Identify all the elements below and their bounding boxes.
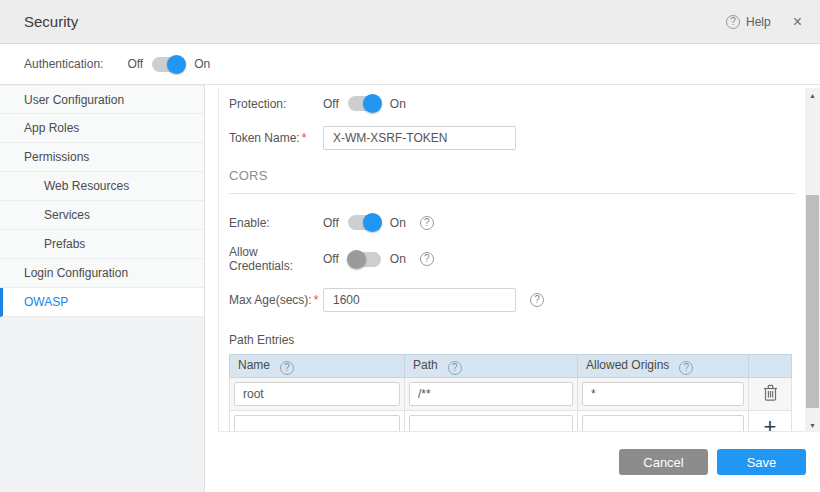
row1-name-input[interactable] [234,382,400,406]
enable-label: Enable: [229,216,323,230]
token-name-label: Token Name:* [229,131,323,145]
sidebar-item-login-configuration[interactable]: Login Configuration [0,259,204,288]
main-panel: Protection: Off On Token Name:* CORS [205,85,820,492]
column-header-actions [749,355,792,378]
save-button[interactable]: Save [717,449,806,475]
table-row: + [230,411,792,433]
row2-origins-input[interactable] [582,415,744,432]
sidebar-item-label: Login Configuration [24,266,128,280]
toggle-knob [363,94,382,113]
sidebar-item-label: Prefabs [44,237,85,251]
allow-credentials-toggle[interactable] [348,252,381,267]
toggle-knob [363,213,382,232]
enable-toggle[interactable] [348,215,381,230]
sidebar-item-permissions[interactable]: Permissions [0,143,204,172]
owasp-form: Protection: Off On Token Name:* CORS [218,88,820,432]
name-help-icon[interactable]: ? [280,361,294,375]
protection-on-label: On [390,97,406,111]
authentication-bar: Authentication: Off On [0,44,820,85]
sidebar-item-label: Permissions [24,150,89,164]
authentication-on-label: On [194,57,210,71]
plus-icon: + [764,414,777,432]
row1-path-input[interactable] [409,382,573,406]
column-header-allowed-origins: Allowed Origins? [578,355,749,378]
sidebar-item-web-resources[interactable]: Web Resources [0,172,204,201]
allowed-origins-help-icon[interactable]: ? [679,361,693,375]
delete-row-button[interactable] [763,384,778,401]
sidebar-item-prefabs[interactable]: Prefabs [0,230,204,259]
path-entries-table: Name? Path? Allowed Origins? [229,354,792,432]
sidebar: User Configuration App Roles Permissions… [0,85,205,492]
sidebar-item-label: App Roles [24,121,79,135]
trash-icon [763,384,778,401]
enable-off-label: Off [323,216,339,230]
sidebar-item-user-configuration[interactable]: User Configuration [0,85,204,114]
help-button[interactable]: ? Help [726,15,771,29]
section-divider [229,193,795,194]
enable-row: Enable: Off On ? [229,215,795,230]
sidebar-item-label: User Configuration [24,93,124,107]
row2-name-input[interactable] [234,415,400,432]
table-row [230,378,792,411]
column-header-path: Path? [405,355,578,378]
sidebar-item-label: OWASP [24,295,68,309]
token-name-input[interactable] [323,126,516,150]
table-header-row: Name? Path? Allowed Origins? [230,355,792,378]
max-age-input[interactable] [323,288,516,312]
row1-origins-input[interactable] [582,382,744,406]
path-help-icon[interactable]: ? [448,361,462,375]
protection-label: Protection: [229,97,323,111]
footer: Cancel Save [205,432,820,492]
security-dialog: Security ? Help × Authentication: Off On… [0,0,820,492]
toggle-knob [347,250,366,269]
max-age-row: Max Age(secs):* ? [229,288,795,312]
path-entries-label: Path Entries [229,333,795,347]
sidebar-item-label: Web Resources [44,179,129,193]
help-label: Help [746,15,771,29]
protection-toggle[interactable] [348,96,381,111]
page-title: Security [24,13,78,30]
vertical-scrollbar[interactable]: ▲ ▼ [805,88,820,432]
cors-section-heading: CORS [229,168,795,183]
allow-credentials-off-label: Off [323,252,339,266]
max-age-help-icon[interactable]: ? [530,293,544,307]
authentication-label: Authentication: [24,57,103,71]
required-asterisk: * [302,131,307,145]
help-icon: ? [726,15,740,29]
allow-credentials-label: Allow Credentials: [229,245,323,273]
scrollbar-thumb[interactable] [806,195,819,408]
protection-row: Protection: Off On [229,96,795,111]
cancel-button[interactable]: Cancel [619,449,708,475]
allow-credentials-row: Allow Credentials: Off On ? [229,245,795,273]
allow-credentials-on-label: On [390,252,406,266]
toggle-knob [167,55,186,74]
sidebar-item-owasp[interactable]: OWASP [0,288,204,317]
protection-off-label: Off [323,97,339,111]
title-bar: Security ? Help × [0,0,820,44]
max-age-label: Max Age(secs):* [229,293,323,307]
sidebar-item-services[interactable]: Services [0,201,204,230]
authentication-toggle[interactable] [152,57,185,72]
enable-on-label: On [390,216,406,230]
token-name-row: Token Name:* [229,126,795,150]
sidebar-item-label: Services [44,208,90,222]
allow-credentials-help-icon[interactable]: ? [420,252,434,266]
authentication-off-label: Off [127,57,143,71]
sidebar-item-app-roles[interactable]: App Roles [0,114,204,143]
close-icon[interactable]: × [793,13,802,31]
column-header-name: Name? [230,355,405,378]
enable-help-icon[interactable]: ? [420,216,434,230]
required-asterisk: * [314,293,319,307]
scroll-down-icon[interactable]: ▼ [805,418,820,432]
scroll-up-icon[interactable]: ▲ [805,88,820,102]
row2-path-input[interactable] [409,415,573,432]
add-row-button[interactable]: + [764,417,777,432]
